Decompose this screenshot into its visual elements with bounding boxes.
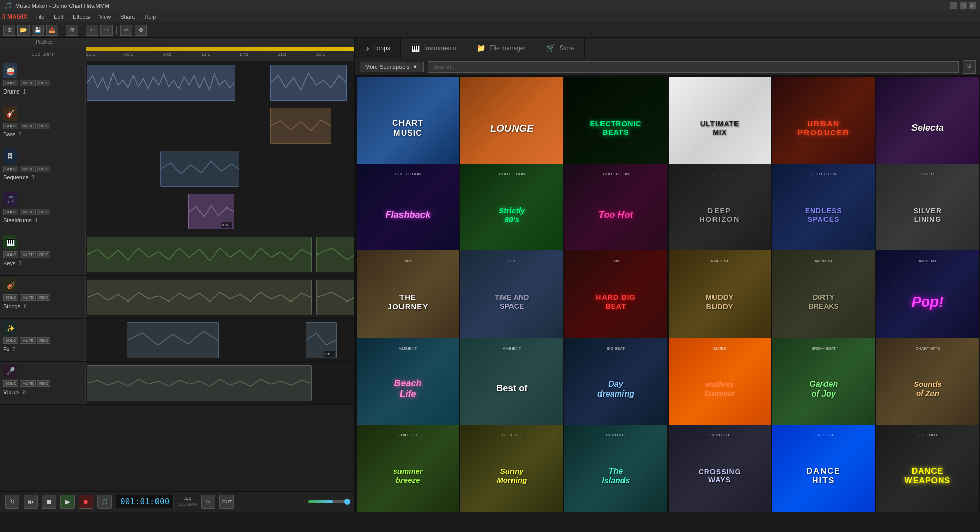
track-header-keys: 🎹 SOLO MUTE REC Keys 5 (0, 233, 86, 275)
track-row-sequence: 🎛 SOLO MUTE REC Sequence 3 (0, 147, 354, 190)
play-btn[interactable]: ▶ (60, 495, 75, 509)
rec-steeldrums[interactable]: REC (37, 209, 50, 215)
soundpool-dance-weapons[interactable]: DANCEWEAPONS DANCE (876, 425, 979, 512)
solo-drums[interactable]: SOLO (3, 80, 18, 86)
toolbar-redo-btn[interactable]: ↪ (100, 25, 113, 36)
track-content-keys[interactable] (86, 233, 354, 275)
punch-in-btn[interactable]: IN (201, 495, 215, 509)
tab-store[interactable]: 🛒 Store (536, 38, 585, 58)
track-row-vocals: 🎤 SOLO MUTE REC Vocals 8 (0, 362, 354, 405)
maximize-button[interactable]: □ (960, 2, 967, 9)
solo-strings[interactable]: SOLO (3, 294, 18, 301)
rec-fx[interactable]: REC (37, 337, 50, 344)
mute-sequence[interactable]: MUTE (20, 166, 36, 172)
rec-drums[interactable]: REC (37, 80, 50, 86)
rec-strings[interactable]: REC (37, 294, 50, 301)
track-content-fx[interactable]: Ch... (86, 319, 354, 361)
sp-subtitle-endlessspaces: AMBIENT (772, 259, 875, 263)
mute-fx[interactable]: MUTE (20, 337, 36, 344)
mute-keys[interactable]: MUTE (20, 251, 36, 258)
track-icon-steeldrums: 🎵 (3, 192, 17, 206)
soundpool-the-islands[interactable]: TheIslands CHILLOUT (564, 425, 667, 512)
loop-btn[interactable]: ↻ (5, 495, 19, 509)
solo-steeldrums[interactable]: SOLO (3, 209, 18, 215)
track-row-keys: 🎹 SOLO MUTE REC Keys 5 (0, 233, 354, 276)
marker-2: 05:1 (124, 52, 163, 57)
soundpool-sunny-morning[interactable]: SunnyMorning CHILLOUT (460, 425, 563, 512)
toolbar-stop-cut-btn[interactable]: ⊘ (135, 25, 147, 36)
close-button[interactable]: ✕ (969, 2, 976, 9)
rec-vocals[interactable]: REC (37, 380, 50, 387)
search-input[interactable] (428, 61, 959, 73)
mute-vocals[interactable]: MUTE (20, 380, 36, 387)
soundpool-dropdown[interactable]: More Soundpools ▼ (360, 62, 424, 72)
rec-sequence[interactable]: REC (37, 166, 50, 172)
track-content-vocals[interactable] (86, 362, 354, 404)
rec-keys[interactable]: REC (37, 251, 50, 258)
metronome-btn[interactable]: 🎵 (97, 495, 112, 509)
mute-drums[interactable]: MUTE (20, 80, 36, 86)
track-controls-sequence: SOLO MUTE REC (3, 166, 82, 172)
time-sig: 4/4 (184, 496, 191, 502)
sp-subtitle-timeandspace: AMBIENT (460, 346, 563, 351)
soundpool-crossing-ways[interactable]: CROSSINGWAYS CROSSOVER (669, 425, 771, 512)
track-controls-keys: SOLO MUTE REC (3, 251, 82, 258)
mute-strings[interactable]: MUTE (20, 294, 36, 301)
sp-subtitle-muddybuddy: BLUES (669, 346, 771, 351)
app-icon: 🎵 (4, 2, 12, 9)
menu-share[interactable]: Share (116, 13, 139, 21)
record-btn[interactable]: ⏺ (79, 495, 93, 509)
menu-effects[interactable]: Effects (69, 13, 94, 21)
mute-steeldrums[interactable]: MUTE (20, 209, 36, 215)
toolbar-export-btn[interactable]: 📤 (46, 25, 58, 36)
toolbar-settings-btn[interactable]: ⚙ (66, 25, 78, 36)
mute-bass[interactable]: MUTE (20, 123, 36, 129)
sp-subtitle-thejourney: AMBIENT (357, 346, 459, 351)
toolbar-save-btn[interactable]: 💾 (32, 25, 44, 36)
store-label: Store (559, 44, 574, 52)
sp-subtitle-ultimate-mix: COLLECTION (669, 172, 771, 176)
toolbar-cut-btn[interactable]: ✂ (120, 25, 132, 36)
track-content-drums[interactable] (86, 61, 354, 104)
sp-subtitle-selecta: 2STEP (876, 172, 979, 176)
solo-sequence[interactable]: SOLO (3, 166, 18, 172)
tab-file-manager[interactable]: 📁 File manager (466, 38, 536, 58)
menu-file[interactable]: File (31, 13, 49, 21)
timeline-header[interactable]: 110 Bars 01:1 05:1 09:1 13:1 17:1 21:1 2… (0, 47, 354, 61)
menu-view[interactable]: View (95, 13, 115, 21)
titlebar-title: Music Maker - Demo Chart Hits.MMM (15, 3, 109, 9)
settings-button[interactable]: ⚙ (963, 60, 976, 74)
punch-out-btn[interactable]: OUT (219, 495, 234, 509)
minimize-button[interactable]: ─ (950, 2, 957, 9)
solo-vocals[interactable]: SOLO (3, 380, 18, 387)
menu-help[interactable]: Help (141, 13, 161, 21)
rewind-btn[interactable]: ⏮ (24, 495, 38, 509)
toolbar-open-btn[interactable]: 📂 (17, 25, 30, 36)
soundpool-dance-hits[interactable]: DANCEHITS DANCE (772, 425, 875, 512)
toolbar-mode-btn[interactable]: ⊞ (3, 25, 15, 36)
track-name-vocals: Vocals 8 (3, 389, 82, 395)
titlebar-controls[interactable]: ─ □ ✕ (950, 2, 976, 9)
track-content-strings[interactable] (86, 276, 354, 318)
marker-3: 09:1 (163, 52, 201, 57)
tab-loops[interactable]: ♪ Loops (355, 38, 401, 58)
solo-bass[interactable]: SOLO (3, 123, 18, 129)
volume-slider[interactable] (308, 500, 349, 503)
tab-instruments[interactable]: 🎹 Instruments (401, 38, 467, 58)
timeline-labels: 01:1 05:1 09:1 13:1 17:1 21:1 25:1 (86, 52, 354, 57)
tabs-bar: ♪ Loops 🎹 Instruments 📁 File manager 🛒 S… (355, 38, 980, 58)
soundpool-summer-breeze[interactable]: summerbreeze CHILLOUT (357, 425, 459, 512)
stop-btn[interactable]: ⏹ (42, 495, 56, 509)
track-content-sequence[interactable] (86, 147, 354, 190)
menu-edit[interactable]: Edit (50, 13, 68, 21)
toolbar-undo-btn[interactable]: ↩ (86, 25, 98, 36)
rec-bass[interactable]: REC (37, 123, 50, 129)
sp-subtitle-bestof: CHILLOUT (460, 433, 563, 437)
track-icon-bass: 🎸 (3, 106, 17, 121)
track-content-steeldrums[interactable]: Ch... (86, 190, 354, 233)
track-controls-bass: SOLO MUTE REC (3, 123, 82, 129)
solo-keys[interactable]: SOLO (3, 251, 18, 258)
track-content-bass[interactable] (86, 104, 354, 147)
instruments-icon: 🎹 (411, 44, 420, 52)
solo-fx[interactable]: SOLO (3, 337, 18, 344)
